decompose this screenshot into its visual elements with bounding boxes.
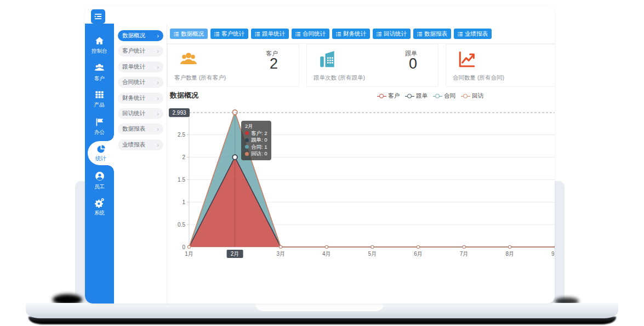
tab-followup-stats[interactable]: 回访统计 bbox=[373, 29, 411, 39]
svg-text:1.5: 1.5 bbox=[178, 177, 185, 183]
svg-text:2.5: 2.5 bbox=[178, 132, 185, 138]
list-icon bbox=[295, 31, 301, 37]
list-icon bbox=[417, 31, 423, 37]
tab-contract-stats[interactable]: 合同统计 bbox=[292, 29, 329, 39]
submenu-item-finance-stats[interactable]: 财务统计› bbox=[118, 93, 163, 104]
legend-item[interactable]: 跟单 bbox=[405, 92, 428, 100]
sidebar-item-statistics[interactable]: 统计 bbox=[88, 141, 114, 165]
chevron-right-icon: › bbox=[157, 142, 159, 148]
stat-card-contracts[interactable]: 合同数量 (所有合同) bbox=[446, 44, 555, 87]
chevron-right-icon: › bbox=[157, 64, 159, 70]
tab-customer-stats[interactable]: 客户统计 bbox=[210, 29, 248, 39]
tab-data-overview[interactable]: 数据概况 bbox=[170, 29, 208, 39]
home-icon bbox=[94, 36, 105, 46]
laptop-mockup: 控制台 客户 产品 bbox=[0, 0, 644, 326]
sidebar: 控制台 客户 产品 bbox=[85, 24, 114, 303]
overview-chart-section: 数据概况 客户跟单合同回访 00.511.522.51月2月3月4月5月6月7月… bbox=[167, 89, 555, 273]
chart-legend: 客户跟单合同回访 bbox=[377, 92, 483, 100]
svg-text:8月: 8月 bbox=[505, 251, 514, 257]
stat-cards-row: 客户 2 客户数量 (所有客户) 跟单 0 跟单次数 (所有跟单) bbox=[167, 44, 555, 87]
gears-icon bbox=[94, 197, 105, 208]
card-caption: 合同数量 (所有合同) bbox=[453, 74, 504, 82]
flag-icon bbox=[94, 117, 105, 127]
legend-item[interactable]: 合同 bbox=[433, 92, 455, 100]
list-icon bbox=[214, 31, 220, 37]
svg-text:0: 0 bbox=[182, 244, 185, 250]
svg-text:7月: 7月 bbox=[460, 251, 469, 257]
users-icon bbox=[179, 49, 198, 71]
users-icon bbox=[94, 62, 105, 74]
tab-finance-stats[interactable]: 财务统计 bbox=[332, 29, 370, 39]
legend-item[interactable]: 客户 bbox=[377, 92, 400, 100]
trend-icon bbox=[457, 49, 477, 71]
submenu-item-performance-report[interactable]: 业绩报表› bbox=[118, 139, 163, 150]
menu-fold-button[interactable] bbox=[91, 9, 105, 24]
card-caption: 客户数量 (所有客户) bbox=[174, 74, 226, 82]
app-window: 控制台 客户 产品 bbox=[85, 5, 555, 303]
fax-icon bbox=[318, 49, 338, 71]
tab-order-stats[interactable]: 跟单统计 bbox=[251, 29, 289, 39]
svg-text:1月: 1月 bbox=[185, 251, 193, 257]
list-icon bbox=[458, 31, 463, 37]
svg-text:0.5: 0.5 bbox=[178, 222, 185, 228]
stat-card-customers[interactable]: 客户 2 客户数量 (所有客户) bbox=[167, 44, 299, 87]
overview-chart[interactable]: 00.511.522.51月2月3月4月5月6月7月8月9月2.993 bbox=[167, 102, 555, 261]
svg-text:2: 2 bbox=[182, 154, 185, 160]
chevron-right-icon: › bbox=[157, 80, 159, 86]
chevron-right-icon: › bbox=[157, 95, 159, 102]
sidebar-item-office[interactable]: 办公 bbox=[85, 117, 114, 136]
sidebar-item-console[interactable]: 控制台 bbox=[85, 36, 114, 55]
menu-fold-icon bbox=[93, 12, 103, 21]
chevron-right-icon: › bbox=[157, 111, 159, 117]
laptop-base bbox=[26, 303, 618, 318]
submenu-item-followup-stats[interactable]: 回访统计› bbox=[118, 108, 163, 119]
tab-data-report[interactable]: 数据报表 bbox=[413, 29, 451, 39]
chart-title: 数据概况 bbox=[170, 91, 198, 100]
stat-card-orders[interactable]: 跟单 0 跟单次数 (所有跟单) bbox=[306, 44, 438, 87]
sidebar-item-products[interactable]: 产品 bbox=[85, 89, 114, 109]
submenu-item-data-overview[interactable]: 数据概况› bbox=[118, 30, 163, 41]
svg-text:6月: 6月 bbox=[414, 251, 423, 257]
metric-value: 2 bbox=[270, 55, 278, 72]
submenu-item-data-report[interactable]: 数据报表› bbox=[118, 123, 163, 134]
chevron-right-icon: › bbox=[157, 126, 159, 132]
submenu: 数据概况› 客户统计› 跟单统计› 合同统计› 财务统计› 回访统计› 数据报表… bbox=[114, 24, 167, 303]
svg-text:9月: 9月 bbox=[551, 251, 555, 257]
list-icon bbox=[174, 31, 179, 37]
sidebar-item-customers[interactable]: 客户 bbox=[85, 62, 114, 82]
submenu-item-contract-stats[interactable]: 合同统计› bbox=[118, 77, 163, 88]
pie-chart-icon bbox=[96, 144, 106, 154]
grid-icon bbox=[94, 89, 105, 100]
list-icon bbox=[336, 31, 341, 37]
tab-bar: 数据概况客户统计跟单统计合同统计财务统计回访统计数据报表业绩报表 bbox=[170, 29, 492, 39]
metric-value: 0 bbox=[409, 55, 417, 72]
laptop-base-notch bbox=[255, 303, 384, 311]
submenu-item-customer-stats[interactable]: 客户统计› bbox=[118, 46, 163, 57]
submenu-item-order-stats[interactable]: 跟单统计› bbox=[118, 61, 163, 72]
list-icon bbox=[255, 31, 260, 37]
svg-text:1: 1 bbox=[182, 199, 185, 205]
chevron-right-icon: › bbox=[157, 33, 159, 39]
svg-text:4月: 4月 bbox=[322, 251, 331, 257]
svg-text:2.993: 2.993 bbox=[172, 110, 186, 116]
svg-text:3月: 3月 bbox=[276, 251, 285, 257]
chevron-right-icon: › bbox=[157, 48, 159, 54]
legend-item[interactable]: 回访 bbox=[461, 92, 483, 100]
card-caption: 跟单次数 (所有跟单) bbox=[314, 74, 365, 82]
user-icon bbox=[94, 171, 105, 182]
active-pill-curve-top bbox=[107, 134, 114, 141]
main-content: 数据概况客户统计跟单统计合同统计财务统计回访统计数据报表业绩报表 客户 2 客户… bbox=[167, 24, 555, 303]
tab-performance-report[interactable]: 业绩报表 bbox=[454, 29, 492, 39]
sidebar-item-staff[interactable]: 员工 bbox=[85, 171, 114, 190]
svg-text:5月: 5月 bbox=[368, 251, 377, 257]
list-icon bbox=[377, 31, 382, 37]
sidebar-item-system[interactable]: 系统 bbox=[85, 197, 114, 217]
svg-text:2月: 2月 bbox=[231, 251, 240, 257]
